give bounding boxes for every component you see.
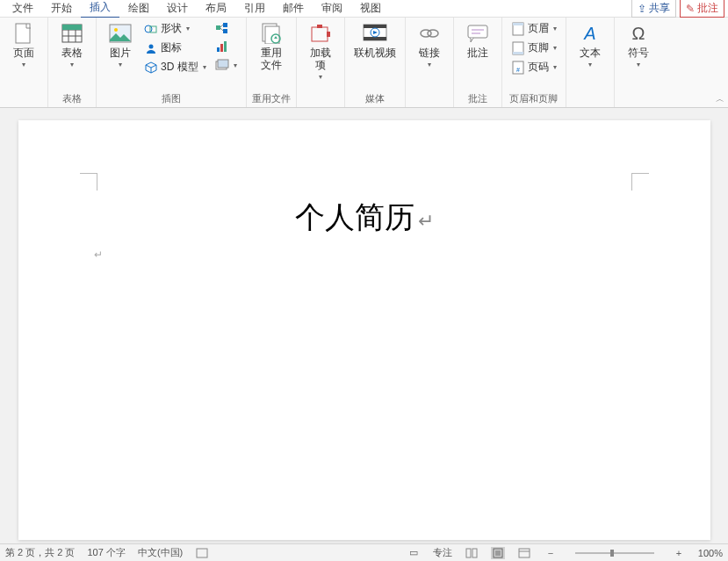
share-label: 共享: [649, 1, 670, 16]
comments-button[interactable]: ✎ 批注: [680, 0, 724, 18]
collapse-ribbon-button[interactable]: ︿: [716, 93, 724, 105]
svg-rect-21: [218, 60, 228, 68]
comment-button[interactable]: 批注: [459, 19, 496, 63]
picture-label: 图片: [110, 47, 131, 60]
chevron-down-icon: ▾: [428, 63, 431, 68]
paragraph-mark-icon: ↵: [418, 210, 434, 232]
group-tables-label: 表格: [62, 90, 82, 107]
tab-view[interactable]: 视图: [351, 0, 390, 18]
crop-mark: [631, 173, 649, 191]
table-label: 表格: [61, 47, 83, 60]
svg-rect-18: [220, 44, 223, 52]
macro-icon[interactable]: [195, 547, 209, 559]
tab-review[interactable]: 审阅: [313, 0, 351, 18]
svg-rect-17: [217, 47, 220, 52]
document-area[interactable]: 个人简历↵ ↵: [0, 108, 728, 543]
svg-point-33: [428, 30, 438, 37]
svg-rect-27: [327, 32, 330, 37]
tab-file[interactable]: 文件: [4, 0, 42, 18]
page[interactable]: 个人简历↵ ↵: [18, 120, 710, 540]
web-layout-button[interactable]: [517, 547, 531, 559]
group-text: A 文本 ▾: [566, 18, 615, 107]
svg-rect-6: [62, 25, 82, 30]
zoom-in-button[interactable]: +: [672, 547, 686, 559]
focus-label[interactable]: 专注: [433, 546, 452, 559]
shapes-icon: [144, 22, 158, 36]
chart-button[interactable]: [212, 38, 241, 55]
svg-text:Ω: Ω: [631, 24, 645, 43]
focus-mode-button[interactable]: ▭: [407, 547, 421, 559]
text-button[interactable]: A 文本 ▾: [572, 19, 609, 71]
chevron-down-icon: ▾: [588, 63, 592, 68]
chevron-down-icon: ▾: [234, 61, 237, 69]
share-button[interactable]: ⇪ 共享: [631, 0, 676, 18]
page-number-icon: #: [511, 61, 525, 75]
status-page[interactable]: 第 2 页，共 2 页: [5, 546, 75, 559]
link-button[interactable]: 链接 ▾: [411, 19, 448, 71]
group-comments: 批注 批注: [454, 18, 502, 107]
status-word-count[interactable]: 107 个字: [87, 546, 125, 559]
header-label: 页眉: [528, 21, 549, 36]
group-illustrations: 图片 ▾ 形状▾ 图标 3D 模型▾ ▾: [97, 18, 247, 107]
3d-model-button[interactable]: 3D 模型▾: [141, 58, 210, 76]
svg-rect-0: [16, 24, 30, 43]
svg-point-11: [149, 44, 154, 48]
symbol-label: 符号: [628, 47, 649, 60]
shapes-button[interactable]: 形状▾: [141, 19, 210, 38]
comment-icon: ✎: [686, 3, 695, 15]
tab-draw[interactable]: 绘图: [119, 0, 158, 18]
svg-line-16: [220, 28, 223, 31]
tab-insert[interactable]: 插入: [81, 0, 119, 18]
chevron-down-icon: ▾: [203, 63, 206, 71]
chevron-down-icon: ▾: [319, 76, 322, 80]
reuse-icon: [259, 23, 284, 44]
zoom-slider[interactable]: [575, 552, 654, 554]
read-mode-button[interactable]: [465, 547, 479, 559]
zoom-out-button[interactable]: −: [544, 547, 558, 559]
status-language[interactable]: 中文(中国): [138, 546, 183, 559]
tab-design[interactable]: 设计: [158, 0, 197, 18]
svg-rect-40: [513, 52, 523, 54]
svg-rect-13: [223, 23, 227, 27]
tab-references[interactable]: 引用: [235, 0, 274, 18]
symbol-icon: Ω: [626, 23, 651, 44]
footer-button[interactable]: 页脚▾: [508, 39, 560, 57]
shapes-label: 形状: [161, 21, 182, 36]
page-number-button[interactable]: #页码▾: [508, 58, 560, 76]
chevron-down-icon: ▾: [637, 63, 640, 68]
text-label: 文本: [580, 47, 601, 60]
svg-rect-14: [223, 29, 227, 33]
online-video-button[interactable]: 联机视频: [350, 19, 400, 63]
print-layout-button[interactable]: [491, 547, 505, 559]
group-media-label: 媒体: [365, 90, 385, 107]
table-icon: [60, 23, 84, 44]
group-addins: 加载 项 ▾: [297, 18, 345, 107]
picture-button[interactable]: 图片 ▾: [102, 19, 139, 71]
tab-home[interactable]: 开始: [42, 0, 81, 18]
symbol-button[interactable]: Ω 符号 ▾: [620, 19, 657, 71]
pages-label: 页面: [13, 47, 34, 60]
reuse-label: 重用 文件: [261, 47, 282, 72]
icons-button[interactable]: 图标: [141, 39, 210, 57]
tab-mail[interactable]: 邮件: [274, 0, 313, 18]
title-text: 个人简历: [295, 200, 414, 234]
group-hf-label: 页眉和页脚: [509, 90, 558, 107]
header-button[interactable]: 页眉▾: [508, 19, 560, 38]
share-icon: ⇪: [638, 3, 646, 15]
svg-rect-46: [466, 549, 471, 557]
smartart-button[interactable]: [212, 19, 241, 37]
pages-button[interactable]: 页面 ▾: [5, 19, 42, 71]
svg-text:#: #: [516, 67, 520, 73]
zoom-level[interactable]: 100%: [698, 548, 723, 558]
text-icon: A: [578, 23, 602, 44]
reuse-files-button[interactable]: 重用 文件: [253, 19, 290, 76]
chevron-down-icon: ▾: [70, 63, 74, 68]
table-button[interactable]: 表格 ▾: [54, 19, 90, 71]
tab-layout[interactable]: 布局: [197, 0, 235, 18]
group-tables: 表格 ▾ 表格: [48, 18, 97, 107]
cube-icon: [144, 61, 158, 75]
svg-rect-26: [317, 25, 322, 28]
addins-button[interactable]: 加载 项 ▾: [302, 19, 339, 83]
document-title[interactable]: 个人简历↵: [18, 198, 710, 238]
screenshot-button[interactable]: ▾: [212, 56, 241, 74]
